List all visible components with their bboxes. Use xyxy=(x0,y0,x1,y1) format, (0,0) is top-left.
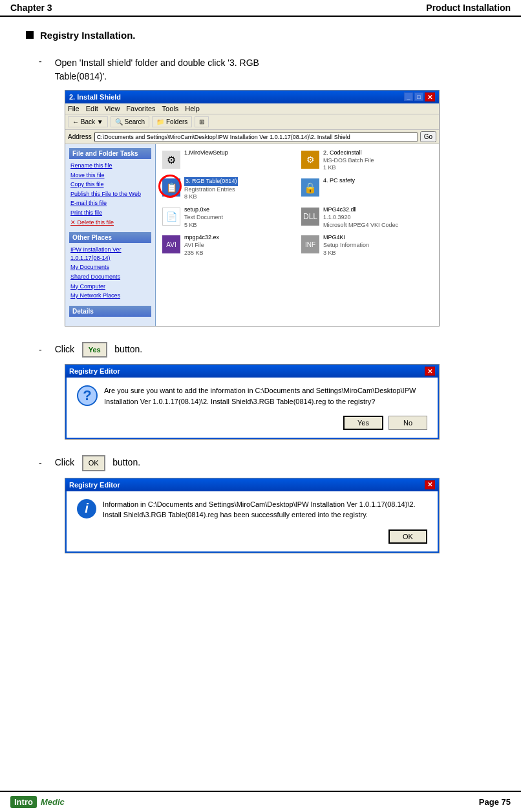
step-3: - Click OK button. Registry Editor ✕ i I… xyxy=(26,455,495,553)
file-6-info: MPG4c32.dll 1.1.0.3920Microsoft MPEG4 VK… xyxy=(323,206,398,229)
file-3-name: 3. RGB Table(0814) xyxy=(184,177,238,186)
sidebar-my-computer[interactable]: My Computer xyxy=(69,282,151,292)
file-8-meta: Setup Information3 KB xyxy=(323,242,369,257)
file-5-setup[interactable]: 📄 setup.0xe Text Document5 KB xyxy=(161,206,295,229)
file-4-pcsafety[interactable]: 🔒 4. PC safety xyxy=(300,177,434,201)
reg-body-yes: ? Are you sure you want to add the infor… xyxy=(65,378,439,439)
section-heading: Registry Installation. xyxy=(26,30,495,41)
folders-button[interactable]: 📁 Folders xyxy=(152,116,192,127)
file-8-icon: INF xyxy=(300,234,321,255)
file-7-mpgp4c32[interactable]: AVI mpgp4c32.ex AVI File235 KB xyxy=(161,234,295,257)
reg-content-yes: ? Are you sure you want to add the infor… xyxy=(77,385,427,407)
sidebar-shared[interactable]: Shared Documents xyxy=(69,272,151,282)
sidebar-other-places-title: Other Places xyxy=(69,232,151,243)
win-toolbar: ← Back ▼ 🔍 Search 📁 Folders ⊞ xyxy=(65,114,439,130)
win-titlebar: 2. Install Shield _ □ ✕ xyxy=(65,91,439,103)
file-3-icon: 📋 xyxy=(161,177,182,198)
file-2-name: 2. CodecInstall xyxy=(323,149,374,157)
reg-close-yes[interactable]: ✕ xyxy=(425,367,435,376)
page-title: Product Installation xyxy=(426,3,511,13)
reg-titlebar-yes: Registry Editor ✕ xyxy=(65,365,439,378)
file-7-icon: AVI xyxy=(161,234,182,255)
step-3-line: - Click OK button. xyxy=(26,455,495,471)
file-2-info: 2. CodecInstall MS-DOS Batch File1 KB xyxy=(323,149,374,172)
file-2-codecinstall[interactable]: ⚙ 2. CodecInstall MS-DOS Batch File1 KB xyxy=(300,149,434,172)
sidebar-my-docs[interactable]: My Documents xyxy=(69,262,151,272)
menu-favorites[interactable]: Favorites xyxy=(126,105,155,112)
file-6-mpg4c32dll[interactable]: DLL MPG4c32.dll 1.1.0.3920Microsoft MPEG… xyxy=(300,206,434,229)
maximize-button[interactable]: □ xyxy=(414,92,423,101)
sidebar-ipw[interactable]: IPW Installation Ver 1.0.1.17(08-14) xyxy=(69,245,151,262)
footer-logo: Intro Medic xyxy=(10,796,65,808)
sidebar-print[interactable]: Print this file xyxy=(69,208,151,218)
sidebar-publish[interactable]: Publish this File to the Web xyxy=(69,189,151,199)
page-header: Chapter 3 Product Installation xyxy=(0,0,521,17)
step-1-dash: - xyxy=(39,56,42,67)
file-8-name: MPG4KI xyxy=(323,234,369,242)
sidebar-file-tasks: File and Folder Tasks Rename this file M… xyxy=(69,148,151,227)
file-5-icon: 📄 xyxy=(161,206,182,227)
step-3-text: Click OK button. xyxy=(55,455,140,471)
file-7-meta: AVI File235 KB xyxy=(184,242,219,257)
file-1-miroviewsetup[interactable]: ⚙ 1.MiroViewSetup xyxy=(161,149,295,172)
file-5-meta: Text Document5 KB xyxy=(184,214,223,229)
no-button[interactable]: No xyxy=(388,416,427,430)
reg-buttons-yes: Yes No xyxy=(77,416,427,430)
menu-view[interactable]: View xyxy=(105,105,120,112)
file-3-meta: Registration Entries8 KB xyxy=(184,186,238,201)
logo-medic: Medic xyxy=(41,797,65,807)
menu-help[interactable]: Help xyxy=(185,105,200,112)
yes-button[interactable]: Yes xyxy=(343,416,383,430)
file-6-icon: DLL xyxy=(300,206,321,227)
ok-button[interactable]: OK xyxy=(388,529,427,544)
step-2-text: Click Yes button. xyxy=(55,342,142,358)
go-button[interactable]: Go xyxy=(420,131,436,142)
sidebar-details: Details xyxy=(69,306,151,317)
address-label: Address xyxy=(68,133,92,140)
file-7-name: mpgp4c32.ex xyxy=(184,234,219,242)
file-4-name: 4. PC safety xyxy=(323,177,355,185)
file-6-meta: 1.1.0.3920Microsoft MPEG4 VKI Codec xyxy=(323,214,398,229)
file-5-name: setup.0xe xyxy=(184,206,223,214)
file-1-info: 1.MiroViewSetup xyxy=(184,149,228,157)
step-2-line: - Click Yes button. xyxy=(26,342,495,358)
file-8-mpg4ki[interactable]: INF MPG4KI Setup Information3 KB xyxy=(300,234,434,257)
sidebar-copy[interactable]: Copy this file xyxy=(69,180,151,189)
reg-title-ok: Registry Editor xyxy=(69,481,120,489)
file-8-info: MPG4KI Setup Information3 KB xyxy=(323,234,369,257)
sidebar-email[interactable]: E-mail this file xyxy=(69,198,151,208)
reg-body-ok: i Information in C:\Documents and Settin… xyxy=(65,491,439,553)
chapter-label: Chapter 3 xyxy=(10,3,52,13)
file-3-rgbtable[interactable]: 📋 3. RGB Table(0814) Registration Entrie… xyxy=(161,177,295,201)
win-body: File and Folder Tasks Rename this file M… xyxy=(65,144,439,326)
step-1: - Open 'Install shield' folder and doubl… xyxy=(26,56,495,326)
sidebar-network[interactable]: My Network Places xyxy=(69,291,151,301)
file-1-icon: ⚙ xyxy=(161,149,182,170)
menu-file[interactable]: File xyxy=(68,105,80,112)
sidebar-rename[interactable]: Rename this file xyxy=(69,161,151,171)
reg-titlebar-ok: Registry Editor ✕ xyxy=(65,478,439,491)
back-button[interactable]: ← Back ▼ xyxy=(68,116,108,127)
footer-page-number: Page 75 xyxy=(479,797,511,807)
close-button[interactable]: ✕ xyxy=(425,92,435,102)
bullet-icon xyxy=(26,31,34,39)
step-1-line: - Open 'Install shield' folder and doubl… xyxy=(26,56,495,83)
file-5-info: setup.0xe Text Document5 KB xyxy=(184,206,223,229)
sidebar-file-tasks-title: File and Folder Tasks xyxy=(69,148,151,159)
file-2-meta: MS-DOS Batch File1 KB xyxy=(323,157,374,172)
question-icon: ? xyxy=(77,385,98,406)
main-content: Registry Installation. - Open 'Install s… xyxy=(0,17,521,621)
search-button[interactable]: 🔍 Search xyxy=(111,116,149,127)
reg-titlebar-buttons-yes: ✕ xyxy=(425,367,435,376)
minimize-button[interactable]: _ xyxy=(404,92,413,101)
views-button[interactable]: ⊞ xyxy=(195,116,209,127)
sidebar-delete[interactable]: ✕ Delete this file xyxy=(69,218,151,228)
file-4-icon: 🔒 xyxy=(300,177,321,198)
reg-close-ok[interactable]: ✕ xyxy=(425,480,435,489)
menu-edit[interactable]: Edit xyxy=(86,105,98,112)
page-footer: Intro Medic Page 75 xyxy=(0,791,521,812)
sidebar-move[interactable]: Move this file xyxy=(69,171,151,180)
menu-tools[interactable]: Tools xyxy=(162,105,179,112)
file-4-info: 4. PC safety xyxy=(323,177,355,185)
address-input[interactable]: C:\Documents and Settings\MiroCam\Deskto… xyxy=(94,133,418,142)
